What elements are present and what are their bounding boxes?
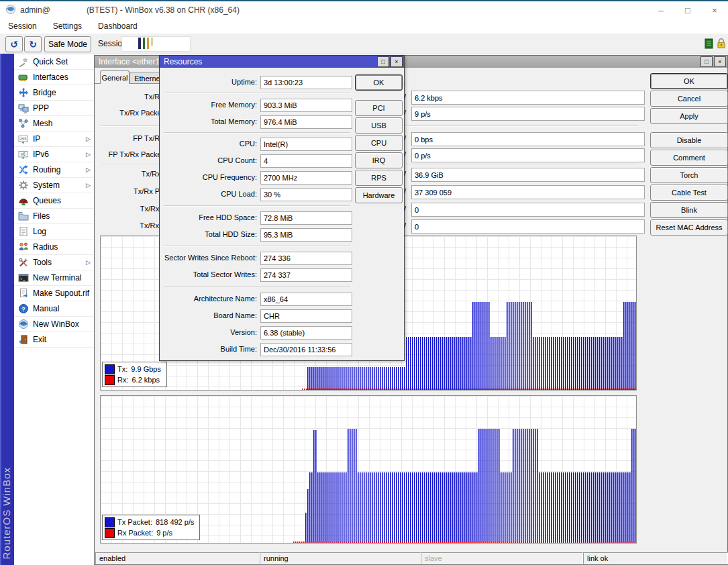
sidebar-item-label: Interfaces xyxy=(33,72,68,82)
minimize-button[interactable]: – xyxy=(647,1,674,19)
stat-value-tx-rx-packet-rate[interactable]: 9 p/s xyxy=(411,107,645,121)
resource-value-cpu-load[interactable]: 30 % xyxy=(260,188,352,201)
resource-value-free-memory[interactable]: 903.3 MiB xyxy=(260,99,352,112)
sidebar-item-exit[interactable]: Exit xyxy=(14,332,94,348)
legend-item: Rx Packet: 9 p/s xyxy=(105,527,194,538)
terminal-icon xyxy=(18,272,29,283)
resources-cpu-button[interactable]: CPU xyxy=(355,135,403,151)
stat-value-tx-rx-drops[interactable]: 0 xyxy=(411,203,645,217)
winbox-app: admin@ (BTEST) - WinBox v6.38 on CHR (x8… xyxy=(0,0,728,565)
undo-button[interactable]: ↺ xyxy=(5,36,23,52)
sidebar-item-new-terminal[interactable]: New Terminal xyxy=(14,270,94,286)
sidebar-item-ipv6[interactable]: v6IPv6▷ xyxy=(14,147,94,162)
resource-value-cpu-frequency[interactable]: 2700 MHz xyxy=(260,171,352,185)
sidebar-item-radius[interactable]: Radius xyxy=(14,240,94,255)
rx-packet-swatch xyxy=(105,528,115,538)
mesh-icon xyxy=(18,118,29,129)
legend-value: 9.9 Gbps xyxy=(131,365,161,373)
titlebar-title: (BTEST) - WinBox v6.38 on CHR (x86_64) xyxy=(87,5,240,15)
group-separator xyxy=(164,93,350,94)
resources-titlebar[interactable]: Resources □ × xyxy=(160,56,404,68)
menubar: Session Settings Dashboard xyxy=(0,19,728,34)
safe-mode-button[interactable]: Safe Mode xyxy=(44,36,91,52)
restore-icon[interactable]: □ xyxy=(700,56,713,67)
group-separator xyxy=(164,205,350,207)
resource-value-total-memory[interactable]: 976.4 MiB xyxy=(260,115,352,129)
menu-dashboard[interactable]: Dashboard xyxy=(90,19,146,34)
sidebar-item-quick-set[interactable]: Quick Set xyxy=(14,54,94,70)
sidebar-item-queues[interactable]: Queues xyxy=(14,193,94,209)
system-icon xyxy=(18,180,29,191)
resource-label-total-hdd-size: Total HDD Size: xyxy=(160,230,257,238)
menu-session[interactable]: Session xyxy=(0,19,45,34)
sidebar-item-new-winbox[interactable]: New WinBox xyxy=(14,317,94,332)
stat-value-tx-rx-bytes[interactable]: 36.9 GiB xyxy=(411,168,645,182)
cancel-button[interactable]: Cancel xyxy=(650,91,728,107)
stat-value-tx-rx-packets[interactable]: 37 309 059 xyxy=(411,185,645,199)
close-button[interactable]: × xyxy=(701,1,728,19)
sidebar-item-make-supout-rif[interactable]: Make Supout.rif xyxy=(14,286,94,301)
resources-hardware-button[interactable]: Hardware xyxy=(355,187,403,203)
legend-item: Tx: 9.9 Gbps xyxy=(105,364,161,374)
sidebar-item-tools[interactable]: Tools▷ xyxy=(14,255,94,270)
disable-button[interactable]: Disable xyxy=(650,132,728,148)
group-separator xyxy=(164,246,350,247)
close-icon[interactable]: × xyxy=(391,56,403,67)
maximize-button[interactable]: □ xyxy=(674,1,701,19)
sidebar-item-files[interactable]: Files xyxy=(14,209,94,224)
rx-swatch xyxy=(105,375,115,385)
resource-value-free-hdd-space[interactable]: 72.8 MiB xyxy=(260,211,352,225)
resource-value-version[interactable]: 6.38 (stable) xyxy=(260,326,352,340)
resource-value-uptime[interactable]: 3d 13:00:23 xyxy=(260,76,352,89)
resource-label-build-time: Build Time: xyxy=(160,345,257,353)
close-icon[interactable]: × xyxy=(714,56,726,67)
sidebar-item-label: Queues xyxy=(33,196,61,205)
resource-label-cpu: CPU: xyxy=(160,140,257,148)
sidebar-item-log[interactable]: Log xyxy=(14,224,94,240)
blink-button[interactable]: Blink xyxy=(650,202,728,218)
resource-value-sector-writes-since-reboot[interactable]: 274 336 xyxy=(260,252,352,265)
resources-usb-button[interactable]: USB xyxy=(355,117,403,134)
menu-settings[interactable]: Settings xyxy=(45,19,90,34)
sidebar-item-manual[interactable]: ?Manual xyxy=(14,301,94,317)
reset-mac-address-button[interactable]: Reset MAC Address xyxy=(650,219,728,236)
ok-button[interactable]: OK xyxy=(650,73,728,89)
resource-value-total-sector-writes[interactable]: 274 337 xyxy=(260,268,352,282)
resource-label-architecture-name: Architecture Name: xyxy=(160,295,257,303)
resource-value-cpu[interactable]: Intel(R) xyxy=(260,138,352,151)
main-titlebar[interactable]: admin@ (BTEST) - WinBox v6.38 on CHR (x8… xyxy=(0,1,728,19)
resource-value-architecture-name[interactable]: x86_64 xyxy=(260,293,352,306)
sidebar-item-ppp[interactable]: PPP xyxy=(14,101,94,116)
session-redaction xyxy=(143,38,145,49)
session-field[interactable] xyxy=(121,36,191,52)
sidebar-item-label: PPP xyxy=(33,103,49,113)
resources-rps-button[interactable]: RPS xyxy=(355,170,403,186)
sidebar-item-ip[interactable]: 255IP▷ xyxy=(14,132,94,147)
resource-value-total-hdd-size[interactable]: 95.3 MiB xyxy=(260,228,352,242)
stat-value-fp-tx-rx-packet-rate[interactable]: 0 p/s xyxy=(411,148,645,162)
comment-button[interactable]: Comment xyxy=(650,150,728,166)
stat-value-fp-tx-rx-rate[interactable]: 0 bps xyxy=(411,132,645,146)
resource-value-build-time[interactable]: Dec/30/2016 11:33:56 xyxy=(260,343,352,356)
tab-general[interactable]: General xyxy=(100,70,129,84)
sidebar-item-interfaces[interactable]: Interfaces xyxy=(14,70,94,85)
stat-value-tx-rx-rate[interactable]: 6.2 kbps xyxy=(411,91,645,105)
stat-value-tx-rx-errors[interactable]: 0 xyxy=(411,219,645,234)
sidebar-item-routing[interactable]: Routing▷ xyxy=(14,162,94,178)
sidebar-item-label: Manual xyxy=(33,304,59,313)
sidebar-item-mesh[interactable]: Mesh xyxy=(14,116,94,132)
resources-pci-button[interactable]: PCI xyxy=(355,100,403,116)
sidebar-item-bridge[interactable]: Bridge xyxy=(14,85,94,101)
maximize-icon[interactable]: □ xyxy=(377,56,389,67)
sidebar-item-system[interactable]: System▷ xyxy=(14,178,94,193)
torch-button[interactable]: Torch xyxy=(650,167,728,183)
resources-ok-button[interactable]: OK xyxy=(355,74,403,91)
apply-button[interactable]: Apply xyxy=(650,108,728,124)
winbox-logo-icon xyxy=(5,4,16,15)
resource-value-cpu-count[interactable]: 4 xyxy=(260,154,352,168)
submenu-arrow-icon: ▷ xyxy=(86,166,91,173)
resource-value-board-name[interactable]: CHR xyxy=(260,309,352,323)
redo-button[interactable]: ↻ xyxy=(24,36,42,52)
cable-test-button[interactable]: Cable Test xyxy=(650,185,728,201)
resources-irq-button[interactable]: IRQ xyxy=(355,152,403,168)
